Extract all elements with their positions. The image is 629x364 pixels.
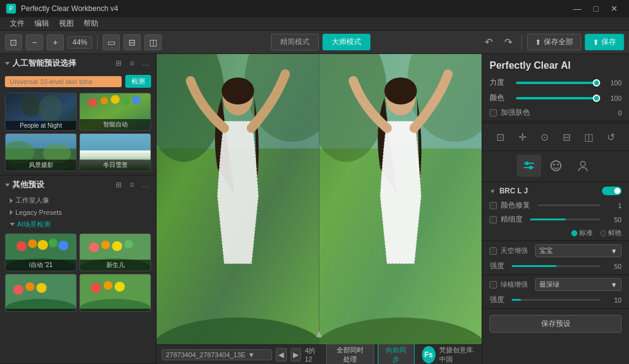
color-repair-value: 1 <box>608 202 622 209</box>
other-presets-title: 其他预设 <box>12 179 111 190</box>
save-preset-button[interactable]: 保存预设 <box>490 315 622 333</box>
other-presets-header[interactable]: 其他预设 ⊞ ≡ … <box>0 176 156 194</box>
healing-icon[interactable]: ⊙ <box>536 128 553 145</box>
reset-icon[interactable]: ↺ <box>602 128 619 145</box>
simple-mode-button[interactable]: 精简模式 <box>271 34 319 50</box>
view-compare-button[interactable]: ◫ <box>144 34 162 50</box>
zoom-in-button[interactable]: + <box>47 34 64 50</box>
save-all-button[interactable]: ⬆ 保存全部 <box>527 34 581 50</box>
sync-button[interactable]: 向前同步 <box>378 343 415 365</box>
zoom-out-button[interactable]: − <box>26 34 43 50</box>
svg-point-8 <box>132 96 141 104</box>
adjust-icon[interactable]: ✛ <box>514 128 531 145</box>
strength-thumb[interactable] <box>593 79 600 87</box>
redo-button[interactable]: ↷ <box>499 34 517 50</box>
color-repair-checkbox[interactable] <box>490 202 497 209</box>
strength-track[interactable] <box>516 82 600 84</box>
retouch-icon[interactable]: ⊟ <box>558 128 575 145</box>
enhance-skin-checkbox[interactable] <box>490 109 497 117</box>
bottom-preset-label-newborn: 新生儿 <box>80 260 150 271</box>
bottom-preset-4[interactable] <box>79 274 151 312</box>
tab-portrait[interactable] <box>571 155 595 177</box>
bottom-preset-auto21[interactable]: i自动 '21 <box>5 233 77 271</box>
sub-item-studio[interactable]: 工作室人像 <box>0 194 156 207</box>
preset-item-landscape[interactable]: 风景摄影 <box>5 133 77 171</box>
svg-point-4 <box>88 98 98 107</box>
svg-point-58 <box>557 164 558 166</box>
compare-icon[interactable]: ◫ <box>580 128 597 145</box>
svg-point-31 <box>36 283 47 293</box>
grid-view-icon[interactable]: ⊞ <box>113 58 124 69</box>
preset-search-input[interactable] <box>5 76 122 87</box>
sky-enhance-row: 天空增强 宝宝 ▼ <box>482 242 629 259</box>
color-track[interactable] <box>516 97 600 99</box>
menu-file[interactable]: 文件 <box>5 17 29 30</box>
sub-item-legacy[interactable]: Legacy Presets <box>0 207 156 218</box>
tab-adjustments[interactable] <box>517 155 541 177</box>
more-options-icon[interactable]: … <box>140 58 151 69</box>
undo-button[interactable]: ↶ <box>480 34 497 50</box>
bottom-preset-label-3 <box>6 309 76 311</box>
next-button[interactable]: ▶ <box>291 348 302 362</box>
preset-item-sunny[interactable]: 冬日雪景 <box>79 133 151 171</box>
other-grid-icon[interactable]: ⊞ <box>113 179 124 190</box>
menu-edit[interactable]: 编辑 <box>29 17 54 30</box>
svg-point-44 <box>222 77 254 104</box>
crop-icon[interactable]: ⊡ <box>492 128 509 145</box>
detail-slider[interactable] <box>530 219 601 220</box>
color-repair-row: 颜色修复 1 <box>482 198 629 212</box>
sync-all-button[interactable]: 全部同时处理 <box>326 343 374 365</box>
enhance-skin-row: 加强肤色 0 <box>482 106 629 120</box>
green-dropdown[interactable]: 最深绿 ▼ <box>535 278 622 291</box>
list-view-icon[interactable]: ≡ <box>127 58 138 69</box>
svg-point-5 <box>100 97 108 104</box>
green-strength-slider[interactable] <box>512 299 601 301</box>
detail-checkbox[interactable] <box>490 216 497 223</box>
bottom-preset-3[interactable] <box>5 274 77 312</box>
minimize-button[interactable]: — <box>569 0 586 17</box>
sub-item-ai-scene[interactable]: AI场景检测 <box>0 218 156 231</box>
center-canvas: ▲ 27873404_27873404_13E ▼ ◀ ▶ 4的12 全部同时处… <box>157 54 482 364</box>
color-label: 颜色 <box>490 93 511 103</box>
preset-item-people-night[interactable]: People at Night <box>5 93 77 131</box>
other-list-icon[interactable]: ≡ <box>127 179 138 190</box>
color-repair-slider[interactable] <box>537 204 601 206</box>
canvas-area: ▲ <box>157 54 482 344</box>
ai-presets-header[interactable]: 人工智能预设选择 ⊞ ≡ … <box>0 54 156 72</box>
master-mode-button[interactable]: 大师模式 <box>322 34 370 50</box>
crop-tool-button[interactable]: ⊡ <box>5 34 22 50</box>
sky-checkbox[interactable] <box>490 247 497 255</box>
strength-label: 力度 <box>490 77 511 88</box>
bottom-preset-newborn[interactable]: 新生儿 <box>79 233 151 271</box>
other-more-icon[interactable]: … <box>140 179 151 190</box>
radio-standard[interactable]: 标准 <box>571 228 593 238</box>
close-button[interactable]: ✕ <box>606 0 623 17</box>
sky-dropdown[interactable]: 宝宝 ▼ <box>535 244 622 257</box>
split-arrow[interactable]: ▲ <box>314 328 324 339</box>
divider-2 <box>482 182 629 182</box>
strength-value: 100 <box>604 79 622 87</box>
strength-fill <box>516 82 600 84</box>
preset-item-smart-auto[interactable]: 智能自动 <box>79 93 151 131</box>
filename-arrow: ▼ <box>248 351 255 358</box>
ai-scene-label: AI场景检测 <box>17 220 50 229</box>
brc-toggle[interactable] <box>602 187 622 195</box>
menu-help[interactable]: 帮助 <box>79 17 103 30</box>
save-icon: ⬆ <box>593 38 599 47</box>
color-thumb[interactable] <box>593 95 600 102</box>
detect-button[interactable]: 检测 <box>125 75 151 88</box>
brc-section-header[interactable]: ▼ BRC L J <box>482 184 629 198</box>
save-button[interactable]: ⬆ 保存 <box>585 34 624 50</box>
prev-button[interactable]: ◀ <box>276 348 287 362</box>
detail-fill <box>530 219 566 220</box>
bottom-thumb-4 <box>80 274 150 311</box>
page-info: 4的12 <box>305 346 319 363</box>
tab-face[interactable] <box>544 155 568 177</box>
maximize-button[interactable]: □ <box>587 0 604 17</box>
view-single-button[interactable]: ▭ <box>103 34 120 50</box>
sky-strength-slider[interactable] <box>512 265 601 267</box>
radio-vivid[interactable]: 鲜艳 <box>600 228 622 238</box>
menu-view[interactable]: 视图 <box>54 17 79 30</box>
green-checkbox[interactable] <box>490 281 497 288</box>
view-split-button[interactable]: ⊟ <box>123 34 141 50</box>
